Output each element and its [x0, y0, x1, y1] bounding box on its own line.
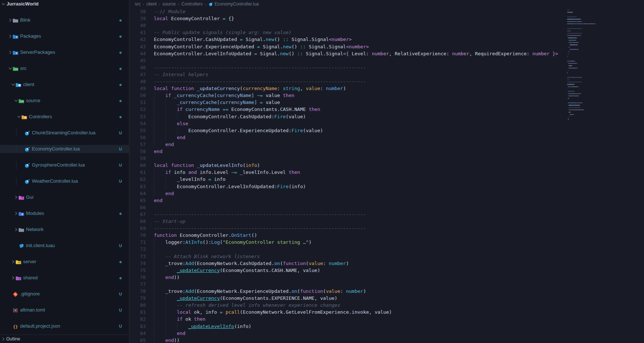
line-number[interactable]: 67: [129, 211, 146, 218]
tree-item-economycontroller-lua[interactable]: EconomyController.luaU: [0, 145, 129, 153]
line-number[interactable]: 55: [129, 127, 146, 134]
line-number[interactable]: 40: [129, 22, 146, 29]
line-number[interactable]: 77: [129, 281, 146, 288]
indent-guide: [154, 134, 154, 141]
line-number[interactable]: 38: [129, 8, 146, 15]
line-number[interactable]: 64: [129, 190, 146, 197]
line-number[interactable]: 39: [129, 15, 146, 22]
line-number[interactable]: 75: [129, 267, 146, 274]
tree-item-gyrospherecontroller-lua[interactable]: GyrosphereController.luaU: [0, 161, 129, 169]
line-number[interactable]: 82: [129, 316, 146, 323]
line-number[interactable]: 51: [129, 99, 146, 106]
tree-item-source[interactable]: </>source: [0, 97, 129, 105]
minimap-line: [567, 79, 569, 80]
line-number[interactable]: 70: [129, 232, 146, 239]
chevron-right-icon[interactable]: [1, 336, 6, 342]
tree-item-src[interactable]: </>src: [0, 64, 129, 72]
line-number[interactable]: 52: [129, 106, 146, 113]
line-number[interactable]: 68: [129, 218, 146, 225]
outline-panel-header[interactable]: Outline: [0, 335, 129, 343]
tree-item-aftman-toml[interactable]: Taftman.tomlU: [0, 306, 129, 314]
tree-item-gui[interactable]: Gui: [0, 193, 129, 201]
lua-file-icon: [24, 163, 30, 168]
tree-item-server[interactable]: server: [0, 258, 129, 266]
line-number[interactable]: 71: [129, 239, 146, 246]
line-number[interactable]: 49: [129, 85, 146, 92]
line-number[interactable]: 45: [129, 57, 146, 64]
chevron-right-icon[interactable]: [11, 259, 16, 264]
tree-item-default-project-json[interactable]: {}default.project.jsonU: [0, 322, 129, 330]
breadcrumb-file[interactable]: EconomyController.lua: [215, 1, 259, 7]
line-number[interactable]: 54: [129, 120, 146, 127]
chevron-down-icon[interactable]: [14, 98, 19, 103]
tree-item-blink[interactable]: Blink: [0, 16, 129, 24]
chevron-down-icon[interactable]: [1, 1, 6, 7]
chevron-right-icon[interactable]: [14, 227, 19, 232]
line-number[interactable]: 44: [129, 50, 146, 57]
folder-purple-icon: [15, 275, 21, 281]
chevron-down-icon[interactable]: [11, 82, 16, 87]
line-number[interactable]: 47: [129, 71, 146, 78]
line-number[interactable]: 84: [129, 330, 146, 337]
line-number[interactable]: 66: [129, 204, 146, 211]
minimap-line: [567, 19, 581, 19]
tree-item-weathercontroller-lua[interactable]: WeatherController.luaU: [0, 177, 129, 185]
line-number[interactable]: 83: [129, 323, 146, 330]
tree-item-packages[interactable]: Packages: [0, 32, 129, 40]
chevron-right-icon[interactable]: [8, 50, 13, 55]
line-number[interactable]: 59: [129, 155, 146, 162]
chevron-right-icon[interactable]: [11, 275, 16, 280]
tree-item-chunkstreamingcontroller-lua[interactable]: ChunkStreamingController.luaU: [0, 129, 129, 137]
line-number[interactable]: 73: [129, 253, 146, 260]
line-number[interactable]: 76: [129, 274, 146, 281]
line-number[interactable]: 57: [129, 141, 146, 148]
chevron-right-icon[interactable]: [14, 211, 19, 216]
line-number[interactable]: 41: [129, 29, 146, 36]
breadcrumb-item[interactable]: source: [162, 1, 175, 7]
editor-pane[interactable]: src›client›source›Controllers›EconomyCon…: [129, 0, 644, 343]
line-number[interactable]: 61: [129, 169, 146, 176]
chevron-down-icon[interactable]: [16, 114, 22, 119]
line-number[interactable]: 80: [129, 302, 146, 309]
line-number[interactable]: 78: [129, 288, 146, 295]
chevron-right-icon[interactable]: [8, 18, 13, 23]
chevron-right-icon[interactable]: [14, 195, 19, 200]
line-number[interactable]: 85: [129, 337, 146, 343]
line-number[interactable]: 65: [129, 197, 146, 204]
breadcrumb-item[interactable]: Controllers: [181, 1, 203, 7]
tree-item-network[interactable]: Network: [0, 225, 129, 234]
tree-item-root[interactable]: JurrasicWorld: [0, 0, 129, 8]
line-number[interactable]: 42: [129, 36, 146, 43]
code-text: _updateCurrency(EconomyConstants.EXPERIE…: [177, 295, 337, 302]
indent-guide: [154, 92, 154, 99]
code-text: EconomyController.ExperienceUpdated:Fire…: [188, 127, 323, 134]
line-number[interactable]: 62: [129, 176, 146, 183]
tree-item-client[interactable]: client: [0, 81, 129, 89]
chevron-right-icon[interactable]: [8, 34, 13, 39]
breadcrumb-item[interactable]: src: [135, 1, 141, 7]
line-number[interactable]: 50: [129, 92, 146, 99]
breadcrumb-item[interactable]: client: [147, 1, 157, 7]
line-number[interactable]: 46: [129, 64, 146, 71]
tree-item-shared[interactable]: shared: [0, 274, 129, 282]
tree-item-controllers[interactable]: Controllers: [0, 113, 129, 121]
minimap[interactable]: [567, 10, 607, 343]
line-number[interactable]: 81: [129, 309, 146, 316]
minimap-line: [568, 37, 577, 38]
tree-item-modules[interactable]: Modules: [0, 209, 129, 217]
line-number[interactable]: 53: [129, 113, 146, 120]
tree-item-serverpackages[interactable]: ServerPackages: [0, 48, 129, 56]
line-number[interactable]: 69: [129, 225, 146, 232]
line-number[interactable]: 48: [129, 78, 146, 85]
line-number[interactable]: 60: [129, 162, 146, 169]
line-number[interactable]: 43: [129, 43, 146, 50]
line-number[interactable]: 58: [129, 148, 146, 155]
chevron-down-icon[interactable]: [8, 66, 13, 71]
tree-item--gitignore[interactable]: .gitignoreU: [0, 290, 129, 298]
line-number[interactable]: 74: [129, 260, 146, 267]
line-number[interactable]: 79: [129, 295, 146, 302]
tree-item-init-client-luau[interactable]: init.client.luauU: [0, 242, 129, 250]
line-number[interactable]: 63: [129, 183, 146, 190]
line-number[interactable]: 72: [129, 246, 146, 253]
line-number[interactable]: 56: [129, 134, 146, 141]
